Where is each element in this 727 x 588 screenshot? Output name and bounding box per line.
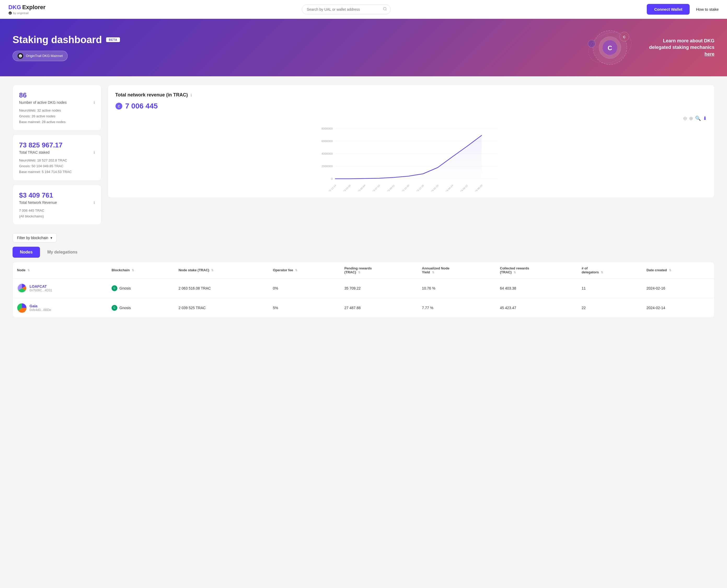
stat-nodes-label: Number of active DKG nodes ℹ xyxy=(19,100,95,105)
col-yield: Annualized NodeYield ⇅ xyxy=(418,262,496,278)
pending-cell-2: 27 487.88 xyxy=(340,298,418,317)
tab-my-delegations[interactable]: My delegations xyxy=(40,247,85,258)
chart-zoom-in-button[interactable]: ⊕ xyxy=(689,115,693,121)
header-right: Connect Wallet How to stake xyxy=(647,4,719,15)
col-stake: Node stake (TRAC) ⇅ xyxy=(174,262,269,278)
sort-node-icon[interactable]: ⇅ xyxy=(27,269,30,272)
network-label: OriginTrail DKG Mainnet xyxy=(26,54,63,58)
logo-dkg: DKG xyxy=(8,4,21,11)
network-selector-button[interactable]: C OriginTrail DKG Mainnet xyxy=(13,51,68,61)
sort-stake-icon[interactable]: ⇅ xyxy=(211,269,214,272)
node-cell-2: Gaia 0xfe4d0...8BDe xyxy=(13,298,107,317)
node-cell-content-2: Gaia 0xfe4d0...8BDe xyxy=(17,303,103,313)
svg-text:C: C xyxy=(20,55,21,58)
stat-card-nodes: 86 Number of active DKG nodes ℹ NeuroWeb… xyxy=(13,85,101,130)
col-node: Node ⇅ xyxy=(13,262,107,278)
sort-date-icon[interactable]: ⇅ xyxy=(669,269,671,272)
svg-text:2024-04-24: 2024-04-24 xyxy=(443,184,454,191)
col-date: Date created ⇅ xyxy=(642,262,714,278)
stat-revenue-label: Total Network Revenue ℹ xyxy=(19,201,95,205)
svg-text:2024-08-20: 2024-08-20 xyxy=(472,184,483,191)
stat-card-revenue: $3 409 761 Total Network Revenue ℹ 7 006… xyxy=(13,185,101,225)
stat-nodes-details: NeuroWeb: 32 active nodes Gnosis: 26 act… xyxy=(19,108,95,125)
sort-blockchain-icon[interactable]: ⇅ xyxy=(132,269,134,272)
stat-trac-label: Total TRAC staked ℹ xyxy=(19,150,95,154)
sort-collected-icon[interactable]: ⇅ xyxy=(513,271,516,274)
stake-cell-2: 2 039 525 TRAC xyxy=(174,298,269,317)
node-avatar-1 xyxy=(17,283,27,293)
chart-title: Total network revenue (in TRAC) xyxy=(115,92,188,98)
chart-controls: ⊖ ⊕ 🔍 ⬇ xyxy=(115,115,707,121)
stats-chart-row: 86 Number of active DKG nodes ℹ NeuroWeb… xyxy=(13,85,714,225)
delegators-cell-1: 11 xyxy=(578,278,642,298)
svg-text:2023-05-04: 2023-05-04 xyxy=(356,184,366,191)
col-collected: Collected rewards(TRAC) ⇅ xyxy=(496,262,578,278)
blockchain-label-1: Gnosis xyxy=(120,286,131,290)
node-addr-1: 0x7b06C...4D31 xyxy=(29,289,52,292)
stat-trac-info-icon[interactable]: ℹ xyxy=(93,150,95,154)
how-to-stake-link[interactable]: How to stake xyxy=(696,7,719,12)
stat-revenue-value: $3 409 761 xyxy=(19,191,95,200)
logo-explorer: Explorer xyxy=(22,4,45,11)
svg-text:2024-02-25: 2024-02-25 xyxy=(429,184,439,191)
node-addr-2: 0xfe4d0...8BDe xyxy=(29,308,51,312)
blockchain-cell-2: G Gnosis xyxy=(107,298,174,317)
col-blockchain: Blockchain ⇅ xyxy=(107,262,174,278)
sort-delegators-icon[interactable]: ⇅ xyxy=(601,271,603,274)
stat-nodes-info-icon[interactable]: ℹ xyxy=(93,100,95,105)
blockchain-content-1: G Gnosis xyxy=(112,286,170,291)
blockchain-content-2: G Gnosis xyxy=(112,305,170,311)
sort-fee-icon[interactable]: ⇅ xyxy=(295,269,297,272)
svg-text:2023-03-05: 2023-03-05 xyxy=(341,184,351,191)
filter-blockchain-button[interactable]: Filter by blockchain ▾ xyxy=(13,233,57,243)
beta-badge: BETA xyxy=(106,37,120,42)
chart-magnify-button[interactable]: 🔍 xyxy=(695,115,701,121)
main-content: 86 Number of active DKG nodes ℹ NeuroWeb… xyxy=(0,76,727,326)
sort-pending-icon[interactable]: ⇅ xyxy=(358,271,360,274)
col-delegators: # ofdelegators ⇅ xyxy=(578,262,642,278)
tab-nodes[interactable]: Nodes xyxy=(13,247,40,258)
search-input[interactable] xyxy=(302,4,391,14)
chart-zoom-out-button[interactable]: ⊖ xyxy=(683,115,687,121)
svg-text:2000000: 2000000 xyxy=(321,165,333,168)
svg-text:8000000: 8000000 xyxy=(321,127,333,130)
stat-revenue-details: 7 006 445 TRAC (All blockchains) xyxy=(19,208,95,219)
origintrail-c-icon: C xyxy=(19,54,22,58)
col-fee: Operator fee ⇅ xyxy=(269,262,340,278)
date-cell-1: 2024-02-16 xyxy=(642,278,714,298)
hero-right: Learn more about DKG delegated staking m… xyxy=(641,38,714,58)
col-pending: Pending rewards(TRAC) ⇅ xyxy=(340,262,418,278)
svg-text:0: 0 xyxy=(331,177,333,180)
chart-svg-wrapper: 8000000 6000000 4000000 2000000 0 xyxy=(115,123,707,192)
blockchain-label-2: Gnosis xyxy=(120,306,131,310)
nodes-table-wrapper: Node ⇅ Blockchain ⇅ Node stake (TRAC) ⇅ … xyxy=(13,262,714,318)
node-name-link-2[interactable]: Gaia xyxy=(29,304,37,308)
logo-area: DKG Explorer C by origintrail xyxy=(8,4,45,15)
node-name-link-1[interactable]: LOAFCAT xyxy=(29,284,47,289)
svg-text:C: C xyxy=(9,12,11,15)
logo-wrap: DKG Explorer C by origintrail xyxy=(8,4,45,15)
svg-text:C: C xyxy=(118,105,120,108)
hero-learn-text: Learn more about DKG delegated staking m… xyxy=(641,38,714,58)
connect-wallet-button[interactable]: Connect Wallet xyxy=(647,4,690,15)
yield-cell-2: 7.77 % xyxy=(418,298,496,317)
table-row: Gaia 0xfe4d0...8BDe G Gnosis 2 039 525 T… xyxy=(13,298,714,317)
table-body: LOAFCAT 0x7b06C...4D31 G Gnosis 2 063 51… xyxy=(13,278,714,317)
filter-label: Filter by blockchain xyxy=(17,236,48,240)
chart-card: Total network revenue (in TRAC) ℹ C 7 00… xyxy=(108,85,714,198)
stat-trac-value: 73 825 967.17 xyxy=(19,141,95,149)
hero-learn-link[interactable]: here xyxy=(705,51,714,57)
stat-revenue-info-icon[interactable]: ℹ xyxy=(93,201,95,205)
stat-nodes-value: 86 xyxy=(19,91,95,99)
origintrail-logo-icon: C xyxy=(8,11,12,15)
chart-info-icon[interactable]: ℹ xyxy=(191,93,192,97)
network-icon: C xyxy=(18,53,23,59)
svg-line-3 xyxy=(386,10,386,10)
chart-download-button[interactable]: ⬇ xyxy=(703,115,707,121)
chart-value: 7 006 445 xyxy=(125,102,158,110)
svg-marker-26 xyxy=(335,135,482,179)
svg-text:4000000: 4000000 xyxy=(321,152,333,155)
fee-cell-2: 5% xyxy=(269,298,340,317)
sort-yield-icon[interactable]: ⇅ xyxy=(432,271,434,274)
collected-cell-1: 64 403.38 xyxy=(496,278,578,298)
